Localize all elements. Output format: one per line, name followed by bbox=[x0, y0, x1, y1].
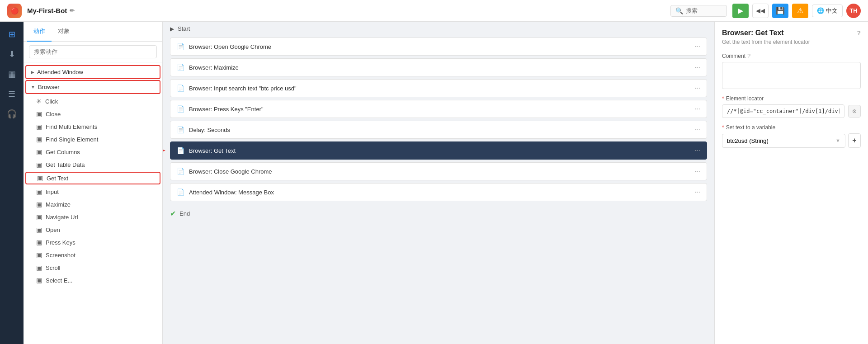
open-icon: ▣ bbox=[36, 226, 42, 233]
search-box: 🔍 bbox=[670, 5, 727, 17]
stop-button[interactable]: ◀◀ bbox=[752, 4, 769, 18]
action-get-table-data[interactable]: ▣ Get Table Data bbox=[24, 158, 162, 171]
language-button[interactable]: 🌐 中文 bbox=[812, 5, 843, 17]
group-attended-window-header[interactable]: ▶ Attended Window bbox=[25, 65, 160, 79]
canvas-content: ▶ Start 📄 Browser: Open Google Chrome ··… bbox=[163, 22, 714, 344]
get-columns-icon: ▣ bbox=[36, 148, 42, 156]
flow-item-menu[interactable]: ··· bbox=[694, 105, 700, 113]
sidebar-item-chart[interactable]: ▦ bbox=[3, 65, 21, 83]
flow-item-maximize[interactable]: 📄 Browser: Maximize ··· bbox=[170, 58, 707, 76]
group-attended-window-label: Attended Window bbox=[37, 69, 83, 75]
add-var-button[interactable]: + bbox=[848, 133, 861, 148]
action-select-element[interactable]: ▣ Select E... bbox=[24, 274, 162, 287]
main-layout: ⊞ ⬇ ▦ ☰ 🎧 动作 对象 ▶ Attended Window bbox=[0, 22, 868, 344]
flow-end: ✔ End bbox=[170, 204, 707, 221]
sidebar-item-list[interactable]: ☰ bbox=[3, 85, 21, 103]
action-find-multi[interactable]: ▣ Find Multi Elements bbox=[24, 120, 162, 133]
group-browser-label: Browser bbox=[38, 84, 60, 90]
select-element-icon: ▣ bbox=[36, 277, 42, 284]
tab-objects[interactable]: 对象 bbox=[52, 22, 76, 42]
action-get-text[interactable]: ▣ Get Text bbox=[25, 172, 160, 184]
action-screenshot[interactable]: ▣ Screenshot bbox=[24, 249, 162, 261]
navigate-url-icon: ▣ bbox=[36, 213, 42, 221]
flow-item-label: Browser: Get Text bbox=[189, 147, 236, 154]
action-scroll[interactable]: ▣ Scroll bbox=[24, 261, 162, 274]
avatar[interactable]: TH bbox=[846, 4, 861, 18]
app-title: My-First-Bot ✏ bbox=[27, 7, 75, 14]
flow-item-menu[interactable]: ··· bbox=[694, 84, 700, 92]
get-text-icon: ▣ bbox=[37, 174, 43, 182]
right-panel-subtitle: Get the text from the element locator bbox=[722, 39, 861, 45]
flow-item-menu[interactable]: ··· bbox=[694, 146, 700, 155]
action-open[interactable]: ▣ Open bbox=[24, 223, 162, 236]
icon-sidebar: ⊞ ⬇ ▦ ☰ 🎧 bbox=[0, 22, 24, 344]
title-help-icon[interactable]: ? bbox=[857, 29, 861, 37]
action-input[interactable]: ▣ Input bbox=[24, 185, 162, 198]
sidebar-item-download[interactable]: ⬇ bbox=[3, 45, 21, 63]
right-panel-title: Browser: Get Text ? bbox=[722, 29, 861, 37]
set-text-var-select[interactable]: btc2usd (String) ▼ bbox=[722, 134, 845, 148]
action-find-single[interactable]: ▣ Find Single Element bbox=[24, 133, 162, 146]
flow-item-menu[interactable]: ··· bbox=[694, 126, 700, 134]
run-button[interactable]: ▶ bbox=[732, 4, 749, 18]
flow-item-get-text-wrapper: 📄 Browser: Get Text ··· bbox=[170, 141, 707, 160]
action-get-columns[interactable]: ▣ Get Columns bbox=[24, 146, 162, 158]
end-check-icon: ✔ bbox=[170, 209, 176, 218]
sidebar-item-headset[interactable]: 🎧 bbox=[3, 105, 21, 123]
find-multi-icon: ▣ bbox=[36, 123, 42, 130]
warn-button[interactable]: ⚠ bbox=[792, 4, 808, 18]
flow-item-label: Browser: Press Keys "Enter" bbox=[189, 106, 264, 113]
group-browser-header[interactable]: ▼ Browser bbox=[25, 80, 160, 94]
actions-search-input[interactable] bbox=[29, 45, 157, 58]
flow-item-label: Delay: Seconds bbox=[189, 127, 230, 133]
flow-item-close-chrome[interactable]: 📄 Browser: Close Google Chrome ··· bbox=[170, 162, 707, 180]
flow-item-menu[interactable]: ··· bbox=[694, 167, 700, 175]
comment-help-icon[interactable]: ? bbox=[747, 52, 750, 59]
chevron-right-icon: ▶ bbox=[31, 70, 34, 75]
var-select-value: btc2usd (String) bbox=[727, 137, 769, 144]
flow-item-input-search[interactable]: 📄 Browser: Input search text "btc price … bbox=[170, 79, 707, 97]
find-single-icon: ▣ bbox=[36, 136, 42, 143]
element-locator-clear-btn[interactable]: ⊗ bbox=[848, 105, 861, 118]
maximize-icon: ▣ bbox=[36, 201, 42, 208]
flow-item-menu[interactable]: ··· bbox=[694, 188, 700, 196]
flow-item-icon: 📄 bbox=[177, 64, 184, 71]
action-close[interactable]: ▣ Close bbox=[24, 108, 162, 120]
action-click[interactable]: ✳ Click bbox=[24, 95, 162, 108]
comment-input[interactable] bbox=[722, 62, 861, 89]
edit-icon[interactable]: ✏ bbox=[70, 7, 75, 14]
logo-icon: 🔴 bbox=[11, 7, 19, 14]
flow-item-icon: 📄 bbox=[177, 43, 184, 50]
flow-item-get-text[interactable]: 📄 Browser: Get Text ··· bbox=[170, 141, 707, 160]
click-icon: ✳ bbox=[36, 98, 42, 105]
action-navigate-url[interactable]: ▣ Navigate Url bbox=[24, 211, 162, 223]
flow-item-menu[interactable]: ··· bbox=[694, 63, 700, 71]
flow-item-menu[interactable]: ··· bbox=[694, 42, 700, 51]
flow-item-open-chrome[interactable]: 📄 Browser: Open Google Chrome ··· bbox=[170, 38, 707, 56]
caret-down-icon: ▼ bbox=[835, 138, 840, 143]
save-button[interactable]: 💾 bbox=[772, 4, 788, 18]
end-label: End bbox=[179, 210, 190, 217]
screenshot-icon: ▣ bbox=[36, 251, 42, 259]
lang-text: 中文 bbox=[826, 7, 838, 15]
scroll-icon: ▣ bbox=[36, 264, 42, 271]
flow-item-delay[interactable]: 📄 Delay: Seconds ··· bbox=[170, 121, 707, 139]
flow-item-icon: 📄 bbox=[177, 85, 184, 92]
comment-label: Comment ? bbox=[722, 52, 861, 59]
action-maximize[interactable]: ▣ Maximize bbox=[24, 198, 162, 211]
group-attended-window: ▶ Attended Window bbox=[24, 65, 162, 79]
tab-actions[interactable]: 动作 bbox=[27, 22, 52, 42]
close-item-icon: ▣ bbox=[36, 110, 42, 118]
title-text: My-First-Bot bbox=[27, 7, 67, 14]
sidebar-item-grid[interactable]: ⊞ bbox=[3, 25, 21, 43]
flow-item-message-box[interactable]: 📄 Attended Window: Message Box ··· bbox=[170, 183, 707, 201]
action-press-keys[interactable]: ▣ Press Keys bbox=[24, 236, 162, 249]
flow-item-label: Browser: Maximize bbox=[189, 64, 239, 71]
element-locator-input[interactable] bbox=[722, 104, 844, 118]
flow-item-icon: 📄 bbox=[177, 147, 184, 154]
flow-item-press-keys[interactable]: 📄 Browser: Press Keys "Enter" ··· bbox=[170, 100, 707, 118]
search-icon: 🔍 bbox=[675, 7, 683, 14]
flow-item-icon: 📄 bbox=[177, 105, 184, 113]
press-keys-icon: ▣ bbox=[36, 239, 42, 246]
search-input[interactable] bbox=[686, 7, 722, 14]
